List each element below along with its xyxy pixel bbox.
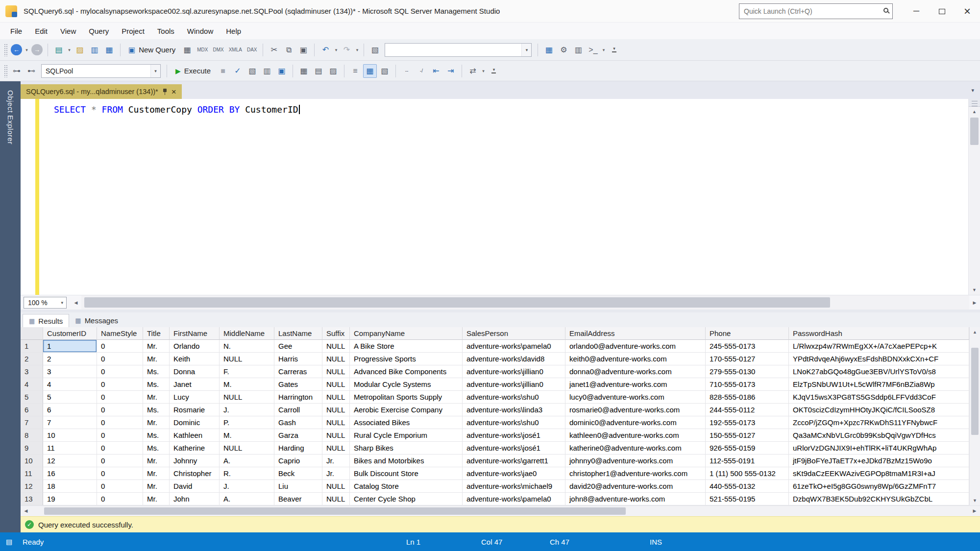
row-number[interactable]: 10 [21,455,43,467]
row-number[interactable]: 6 [21,404,43,416]
grid-cell[interactable]: donna0@adventure-works.com [565,365,706,378]
grid-cell[interactable]: 19 [43,493,97,505]
grid-cell[interactable]: 0 [97,467,143,480]
paste-icon[interactable]: ▣ [296,43,310,57]
grid-cell[interactable]: Gee [274,340,322,353]
grid-cell[interactable]: 150-555-0127 [706,429,789,442]
grid-cell[interactable]: sKt9daCzEEKWAzivEGPOp8tmaM1R3I+aJ [789,467,969,480]
database-engine-query-icon[interactable]: ▦ [180,43,194,57]
grid-cell[interactable]: Katherine [170,442,220,455]
grid-cell[interactable]: 279-555-0130 [706,365,789,378]
connect-icon[interactable]: ⊶ [10,64,24,78]
scroll-down-icon[interactable]: ▼ [969,285,980,295]
grid-cell[interactable]: Catalog Store [350,480,463,493]
grid-cell[interactable]: 245-555-0173 [706,340,789,353]
grid-cell[interactable]: Liu [274,480,322,493]
grid-cell[interactable]: Rosmarie [170,404,220,416]
grid-cell[interactable]: adventure-works\shu0 [463,416,565,429]
toolbar-grip[interactable] [4,44,7,56]
new-query-button[interactable]: ▣New Query [124,43,180,57]
grid-cell[interactable]: NULL [322,404,350,416]
grid-hscroll-thumb[interactable] [44,507,626,515]
save-all-icon[interactable]: ▦ [102,43,116,57]
menu-window[interactable]: Window [181,23,220,39]
tab-list-dropdown-icon[interactable]: ▾ [971,87,974,94]
grid-cell[interactable]: Modular Cycle Systems [350,378,463,391]
grid-scroll-up-icon[interactable]: ▲ [970,327,980,337]
grid-cell[interactable]: Carreras [274,365,322,378]
column-header-companyname[interactable]: CompanyName [350,327,463,340]
grid-cell[interactable]: Mr. [143,340,170,353]
grid-cell[interactable]: john8@adventure-works.com [565,493,706,505]
row-number[interactable]: 12 [21,480,43,493]
grid-cell[interactable]: 5 [43,391,97,404]
grid-cell[interactable]: Christopher [170,467,220,480]
grid-cell[interactable]: Ms. [143,365,170,378]
scroll-right-icon[interactable]: ▶ [969,295,980,310]
menu-file[interactable]: File [4,23,28,39]
column-header-lastname[interactable]: LastName [274,327,322,340]
row-number[interactable]: 13 [21,493,43,505]
grid-cell[interactable]: Sharp Bikes [350,442,463,455]
grid-cell[interactable]: 0 [97,442,143,455]
grid-cell[interactable]: Ms. [143,404,170,416]
copy-icon[interactable]: ⧉ [282,43,295,57]
grid-cell[interactable]: rosmarie0@adventure-works.com [565,404,706,416]
intellisense-icon[interactable]: ▣ [275,64,289,78]
grid-cell[interactable]: Rural Cycle Emporium [350,429,463,442]
grid-cell[interactable]: A. [220,493,274,505]
comment-icon[interactable]: -- [400,64,414,78]
command-window-dropdown-icon[interactable]: ▾ [600,43,607,57]
grid-cell[interactable]: J. [220,404,274,416]
row-number[interactable]: 11 [21,467,43,480]
undo-dropdown-icon[interactable]: ▾ [333,43,339,57]
column-header-firstname[interactable]: FirstName [170,327,220,340]
grid-cell[interactable]: DzbqWX7B3EK5Dub92CKHYSUkGbZCbL [789,493,969,505]
object-explorer-tab[interactable]: Object Explorer [6,83,15,151]
pin-icon[interactable] [163,89,167,95]
grid-cell[interactable]: Keith [170,353,220,365]
grid-cell[interactable]: Orlando [170,340,220,353]
options-gear-icon[interactable]: ⚙ [557,43,570,57]
grid-cell[interactable]: adventure-works\garrett1 [463,455,565,467]
row-number[interactable]: 7 [21,416,43,429]
grid-cell[interactable]: Qa3aMCxNbVLGrc0b99KsbQqiVgwYDfHcs [789,429,969,442]
uncomment-icon[interactable]: -/ [415,64,428,78]
grid-cell[interactable]: 1 [43,340,97,353]
grid-cell[interactable]: Beaver [274,493,322,505]
activity-monitor-icon[interactable]: ▤ [52,43,66,57]
grid-cell[interactable]: dominic0@adventure-works.com [565,416,706,429]
actual-plan-icon[interactable]: ▦ [297,64,311,78]
template-parameters-icon[interactable]: ⇄ [466,64,480,78]
grid-cell[interactable]: 4 [43,378,97,391]
live-query-stats-icon[interactable]: ▤ [312,64,325,78]
grid-cell[interactable]: NULL [322,493,350,505]
grid-cell[interactable]: adventure-works\jillian0 [463,378,565,391]
open-file-icon[interactable]: ▨ [73,43,87,57]
tab-results[interactable]: ▦Results [23,314,69,327]
grid-cell[interactable]: 926-555-0159 [706,442,789,455]
grid-cell[interactable]: 0 [97,455,143,467]
cut-icon[interactable]: ✂ [267,43,281,57]
editor-hscroll-thumb[interactable] [84,297,830,308]
grid-cell[interactable]: N. [220,340,274,353]
available-databases-combo[interactable]: SQLPool▾ [41,64,161,78]
grid-cell[interactable]: LNoK27abGQo48gGue3EBV/UrlYSToV0/s8 [789,365,969,378]
document-tab[interactable]: SQLQuery6.sql - my...qladminuser (134))*… [21,84,182,99]
grid-cell[interactable]: 0 [97,340,143,353]
grid-cell[interactable]: NULL [322,416,350,429]
grid-cell[interactable]: A Bike Store [350,340,463,353]
row-number[interactable]: 5 [21,391,43,404]
quick-launch[interactable] [739,3,893,19]
grid-cell[interactable]: Ms. [143,429,170,442]
column-header-phone[interactable]: Phone [706,327,789,340]
editor-horizontal-scrollbar[interactable]: ◀ ▶ [71,295,980,310]
editor-scroll-track[interactable] [969,117,980,285]
column-header-salesperson[interactable]: SalesPerson [463,327,565,340]
grid-cell[interactable]: Mr. [143,391,170,404]
minimize-button[interactable]: ─ [904,0,929,23]
column-header-customerid[interactable]: CustomerID [43,327,97,340]
column-header-namestyle[interactable]: NameStyle [97,327,143,340]
grid-cell[interactable]: J. [220,480,274,493]
find-combo[interactable]: ▾ [385,43,532,57]
